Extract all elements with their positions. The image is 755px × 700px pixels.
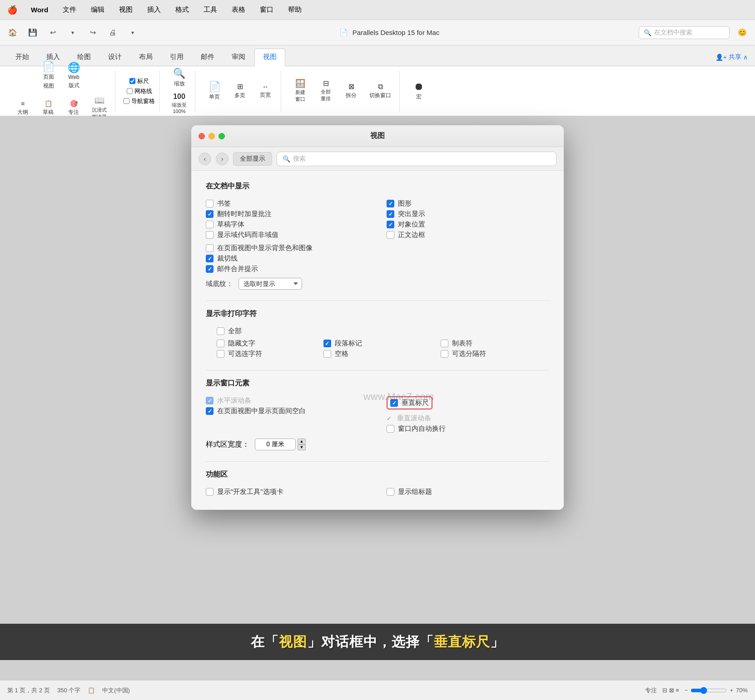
gridlines-checkbox[interactable] [127,88,133,94]
menubar-insert[interactable]: 插入 [144,5,164,15]
ribbon-single-page[interactable]: 📄 单页 [204,80,225,103]
focus-label[interactable]: 专注 [645,686,657,695]
dialog-back-btn[interactable]: ‹ [199,153,211,165]
stepper-down[interactable]: ▼ [298,444,306,450]
ribbon-zoom[interactable]: 🔍 缩放 [169,67,190,89]
dialog-show-all-btn[interactable]: 全部显示 [233,152,272,166]
tab-start[interactable]: 开始 [7,49,37,66]
undo-btn[interactable]: ↩ [45,25,60,40]
focus-icon: 🎯 [70,100,78,107]
tab-mail[interactable]: 邮件 [193,49,223,66]
apple-menu[interactable]: 🍎 [7,5,17,15]
checkbox-optional-sep[interactable]: 可选分隔符 [441,349,549,359]
style-width-input[interactable] [255,439,296,450]
checkbox-optional-ligature[interactable]: 可选连字符 [206,349,314,359]
undo-arrow[interactable]: ▾ [65,25,80,40]
ribbon-switch-window[interactable]: ⧉ 切换窗口 [366,81,395,101]
ribbon-checkbox-nav[interactable]: 导航窗格 [124,97,155,105]
ribbon-split[interactable]: ⊠ 拆分 [340,81,362,101]
menubar-view[interactable]: 视图 [116,5,135,15]
tab-reference[interactable]: 引用 [162,49,192,66]
toolbar-search[interactable]: 🔍 在文档中搜索 [639,26,730,39]
checkbox-flip-comments[interactable]: 翻转时时加显批注 [206,209,368,219]
checkbox-all[interactable]: 全部 [206,326,549,336]
stepper-up[interactable]: ▲ [298,439,306,444]
checkbox-hidden-text[interactable]: 隐藏文字 [206,338,314,349]
style-width-stepper[interactable]: ▲ ▼ [255,439,306,450]
print-btn[interactable]: 🖨 [105,25,120,40]
ribbon-outline[interactable]: ≡ 大纲 [12,98,34,118]
highlight-checkbox-icon [387,210,394,218]
minimize-button[interactable] [209,133,215,139]
ribbon-focus[interactable]: 🎯 专注 [63,98,84,118]
all-checkbox-icon [217,327,224,335]
zoom-in-btn[interactable]: + [730,687,733,694]
maximize-button[interactable] [219,133,225,139]
menubar-table[interactable]: 表格 [229,5,248,15]
checkbox-highlight[interactable]: 突出显示 [387,209,549,219]
ribbon-group-zoom: 🔍 缩放 100 缩放至100% [164,71,195,112]
zoom-slider[interactable] [690,687,727,694]
checkbox-crop-marks[interactable]: 裁切线 [206,253,549,264]
dialog-search-icon: 🔍 [283,155,290,163]
ribbon-multi-page[interactable]: ⊞ 多页 [229,81,251,101]
menubar-app[interactable]: Word [28,5,51,15]
dialog-search[interactable]: 🔍 搜索 [277,152,556,166]
checkbox-field-codes[interactable]: 显示域代码而非域值 [206,230,368,240]
checkbox-draft-font[interactable]: 草稿字体 [206,219,368,230]
ribbon-new-window[interactable]: 🪟 新建窗口 [289,78,311,104]
zoom-out-btn[interactable]: − [685,687,688,694]
ribbon-macro[interactable]: ⏺ 宏 [408,80,430,103]
account-btn[interactable]: 😊 [735,25,750,40]
ribbon-page-view[interactable]: 📄 页面 视图 [38,60,60,92]
zoom-icon: 🔍 [173,69,185,79]
ribbon-web-view[interactable]: 🌐 Web 版式 [63,61,85,91]
checkbox-bg-image[interactable]: 在页面视图中显示背景色和图像 [206,243,549,253]
ruler-checkbox[interactable] [129,78,135,84]
checkbox-dev-tools[interactable]: 显示"开发工具"选项卡 [206,487,368,497]
checkbox-bookmarks[interactable]: 书签 [206,198,368,209]
ribbon-page-width[interactable]: ↔ 页宽 [254,82,276,101]
checkbox-paragraph-marks[interactable]: 段落标记 [323,338,432,349]
ribbon-checkbox-ruler[interactable]: 标尺 [129,77,149,85]
checkbox-horizontal-scroll[interactable]: 水平滚动条 [206,395,368,406]
close-button[interactable] [199,133,205,139]
customize-btn[interactable]: ▾ [125,25,140,40]
checkbox-vertical-scroll[interactable]: ✓ 垂直滚动条 [387,413,549,424]
ribbon-checkbox-gridlines[interactable]: 网格线 [127,87,152,95]
section-show-in-doc: 在文档中显示 书签 翻转时时加显批注 [206,182,549,290]
tab-layout[interactable]: 布局 [131,49,161,66]
ribbon-zoom100[interactable]: 100 缩放至100% [168,91,190,116]
dialog-forward-btn[interactable]: › [216,153,228,165]
share-btn[interactable]: 👤+ 共享 ∧ [715,53,748,66]
ribbon-draft[interactable]: 📋 草稿 [37,98,59,118]
tab-design[interactable]: 设计 [100,49,130,66]
checkbox-group-headings[interactable]: 显示组标题 [387,487,549,497]
checkbox-page-gap[interactable]: 在页面视图中显示页面间空白 [206,406,368,416]
checkbox-vertical-ruler[interactable]: 垂直标尺 [387,395,549,410]
checkbox-word-wrap[interactable]: 窗口内自动换行 [387,424,549,434]
tab-review[interactable]: 审阅 [224,49,253,66]
tab-view[interactable]: 视图 [254,49,285,66]
checkbox-object-pos[interactable]: 对象位置 [387,219,549,230]
menubar-format[interactable]: 格式 [173,5,192,15]
menubar-help[interactable]: 帮助 [285,5,304,15]
menubar-file[interactable]: 文件 [60,5,79,15]
ribbon-arrange-all[interactable]: ⊟ 全部重排 [315,78,337,104]
menubar-tools[interactable]: 工具 [201,5,220,15]
checkbox-mail-merge[interactable]: 邮件合并提示 [206,264,549,274]
nav-checkbox[interactable] [124,98,129,104]
menubar-window[interactable]: 窗口 [257,5,276,15]
menubar-edit[interactable]: 编辑 [88,5,107,15]
checkbox-spaces[interactable]: 空格 [323,349,432,359]
checkbox-graphics[interactable]: 图形 [387,198,549,209]
redo-btn[interactable]: ↪ [85,25,100,40]
toolbar: 🏠 💾 ↩ ▾ ↪ 🖨 ▾ 📄 Parallels Desktop 15 for… [0,20,755,45]
field-shading-select[interactable]: 选取时显示 始终 从不 [238,278,302,290]
save-btn[interactable]: 💾 [25,25,40,40]
checkbox-text-border[interactable]: 正文边框 [387,230,549,240]
bg-image-checkbox-icon [206,244,214,252]
graphics-checkbox-icon [387,200,394,207]
checkbox-tabs[interactable]: 制表符 [441,338,549,349]
home-btn[interactable]: 🏠 [5,25,20,40]
